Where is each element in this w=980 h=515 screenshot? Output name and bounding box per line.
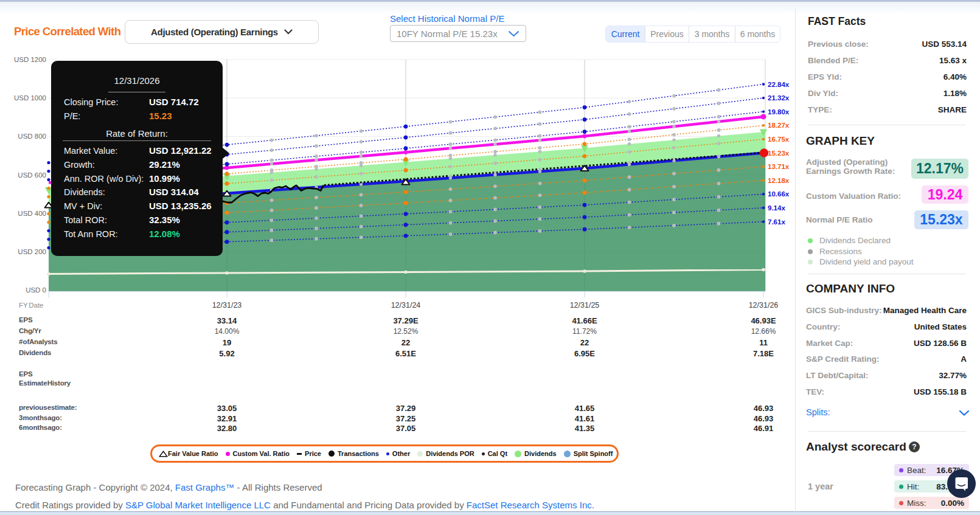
- svg-text:18.27x: 18.27x: [768, 122, 790, 129]
- svg-text:13.71x: 13.71x: [768, 163, 790, 170]
- svg-text:USD 600: USD 600: [18, 171, 46, 179]
- svg-text:12.18x: 12.18x: [768, 177, 790, 184]
- svg-text:7.61x: 7.61x: [768, 218, 785, 226]
- svg-text:16.75x: 16.75x: [768, 136, 790, 143]
- svg-text:USD 200: USD 200: [18, 248, 46, 255]
- svg-text:USD 800: USD 800: [18, 133, 46, 140]
- svg-text:USD 1000: USD 1000: [14, 94, 46, 102]
- svg-text:10.66x: 10.66x: [768, 190, 790, 198]
- svg-text:19.80x: 19.80x: [768, 108, 790, 116]
- svg-text:15.23x: 15.23x: [768, 150, 790, 157]
- svg-text:USD 400: USD 400: [18, 210, 46, 217]
- svg-text:9.14x: 9.14x: [768, 204, 785, 212]
- svg-text:USD 0: USD 0: [26, 286, 46, 294]
- svg-text:USD 1200: USD 1200: [14, 56, 46, 63]
- svg-text:22.84x: 22.84x: [768, 81, 790, 88]
- svg-text:21.32x: 21.32x: [768, 94, 790, 102]
